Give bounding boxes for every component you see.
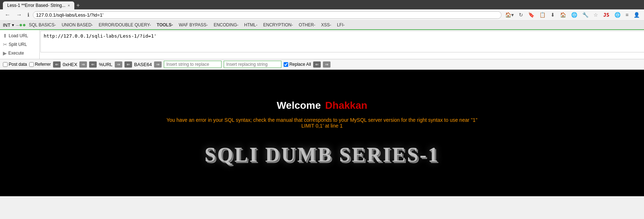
replacing-string-input[interactable] <box>224 61 281 68</box>
base64-right-arrow[interactable]: ⇒ <box>154 61 162 68</box>
toolbar-lfi[interactable]: LFI- <box>334 21 347 29</box>
home-icon[interactable]: 🏠 <box>558 11 568 18</box>
url-input-area <box>40 30 644 59</box>
oxhex-label: 0xHEX <box>63 62 77 67</box>
toolbar-other[interactable]: OTHER- <box>296 21 318 29</box>
js-label[interactable]: JS <box>602 11 611 18</box>
tab-title: Less-1 **Error Based- String... <box>7 3 65 8</box>
toolbar-union-based[interactable]: UNION BASED- <box>59 21 96 29</box>
referrer-label: Referrer <box>35 62 51 67</box>
sql-error-message: You have an error in your SQL syntax; ch… <box>160 117 485 129</box>
toolbar-encryption[interactable]: ENCRYPTION- <box>260 21 295 29</box>
forward-button[interactable]: → <box>14 11 24 19</box>
toolbar-waf-bypass[interactable]: WAF BYPASS- <box>176 21 211 29</box>
toolbar-html[interactable]: HTML- <box>241 21 260 29</box>
int-selector[interactable]: INT ▼ <box>1 22 16 29</box>
back-button[interactable]: ← <box>3 11 12 19</box>
oxhex-right-arrow[interactable]: ⇒ <box>79 61 87 68</box>
home-dropdown-icon[interactable]: 🏠▾ <box>504 11 515 18</box>
int-dropdown-icon[interactable]: ▼ <box>11 23 15 27</box>
split-url-button[interactable]: ✂ Split URL <box>0 40 39 49</box>
replace-left-arrow[interactable]: ⇐ <box>313 61 321 68</box>
globe-icon[interactable]: 🌐 <box>570 11 579 18</box>
referrer-checkbox-label[interactable]: Referrer <box>29 62 51 67</box>
replace-all-text: Replace All <box>289 62 311 67</box>
url-encode-label: %URL <box>99 62 113 67</box>
toolbar-error-double-query[interactable]: ERROR/DOUBLE QUERY- <box>96 21 154 29</box>
big-title: SQLI DUMB SERIES-1 <box>205 143 439 166</box>
download-icon[interactable]: ⬇ <box>549 11 556 18</box>
bottom-toolbar: Post data Referrer ⇐ 0xHEX ⇒ ⇐ %URL ⇒ ⇐ … <box>0 59 644 70</box>
reload-icon[interactable]: ↻ <box>517 11 525 18</box>
address-bar-container[interactable] <box>33 11 501 19</box>
overflow-icon[interactable]: ≡ <box>624 11 630 18</box>
new-tab-btn[interactable]: + <box>74 1 82 9</box>
dhakkan-text: Dhakkan <box>325 100 367 111</box>
oxhex-left-arrow[interactable]: ⇐ <box>53 61 61 68</box>
address-bar-input[interactable] <box>36 12 498 18</box>
url-right-arrow[interactable]: ⇒ <box>115 61 122 68</box>
toolbar-sql-basics[interactable]: SQL BASICS- <box>26 21 59 29</box>
screenshot-icon[interactable]: 📋 <box>538 11 547 18</box>
welcome-text: Welcome <box>277 100 321 111</box>
navigation-bar: ← → ℹ 🏠▾ ↻ 🔖 📋 ⬇ 🏠 🌐 🔧 ☆ JS 🌐 ≡ 👤 <box>0 9 644 21</box>
main-toolbar: INT ▼ – ● ● SQL BASICS- UNION BASED- ERR… <box>0 21 644 30</box>
side-panel: ⬆ Load URL ✂ Split URL ▶ Execute <box>0 30 40 59</box>
url-editor-panel: ⬆ Load URL ✂ Split URL ▶ Execute <box>0 30 644 59</box>
post-data-checkbox[interactable] <box>3 62 8 67</box>
base64-left-arrow[interactable]: ⇐ <box>124 61 132 68</box>
tab-close-btn[interactable]: × <box>67 3 70 8</box>
dot-green-icon: ● <box>19 22 23 28</box>
replace-string-input[interactable] <box>164 61 222 68</box>
int-label: INT <box>3 22 10 28</box>
execute-icon: ▶ <box>3 50 7 56</box>
star-icon[interactable]: ☆ <box>592 11 600 18</box>
load-url-button[interactable]: ⬆ Load URL <box>0 31 39 40</box>
split-url-label: Split URL <box>9 42 27 47</box>
browser-tab[interactable]: Less-1 **Error Based- String... × <box>3 1 74 9</box>
replace-all-label[interactable]: Replace All <box>284 62 311 67</box>
toolbar-tools[interactable]: TOOLS- <box>154 21 176 29</box>
bookmark-icon[interactable]: 🔖 <box>527 11 536 18</box>
url-textarea[interactable] <box>40 31 644 52</box>
info-icon: ℹ <box>26 11 31 18</box>
post-data-label: Post data <box>9 62 27 67</box>
execute-button[interactable]: ▶ Execute <box>0 49 39 57</box>
dot-green2-icon: ● <box>22 22 26 28</box>
welcome-line: Welcome Dhakkan <box>277 100 367 111</box>
dot-gray-icon: – <box>16 22 19 28</box>
load-url-label: Load URL <box>9 33 28 38</box>
toolbar-encoding[interactable]: ENCODING- <box>211 21 241 29</box>
referrer-checkbox[interactable] <box>29 62 34 67</box>
split-url-icon: ✂ <box>3 42 7 47</box>
replace-right-arrow[interactable]: ⇒ <box>323 61 330 68</box>
toolbar-xss[interactable]: XSS- <box>318 21 334 29</box>
url-left-arrow[interactable]: ⇐ <box>89 61 97 68</box>
post-data-checkbox-label[interactable]: Post data <box>3 62 27 67</box>
load-url-icon: ⬆ <box>3 33 7 39</box>
ext-icon[interactable]: 🌐 <box>613 11 622 18</box>
avatar-icon[interactable]: 👤 <box>632 11 641 18</box>
replace-all-checkbox[interactable] <box>284 62 288 67</box>
execute-label: Execute <box>8 51 24 56</box>
web-content-area: Welcome Dhakkan You have an error in you… <box>0 70 644 196</box>
base64-label: BASE64 <box>134 62 152 67</box>
settings-icon[interactable]: 🔧 <box>581 11 590 18</box>
